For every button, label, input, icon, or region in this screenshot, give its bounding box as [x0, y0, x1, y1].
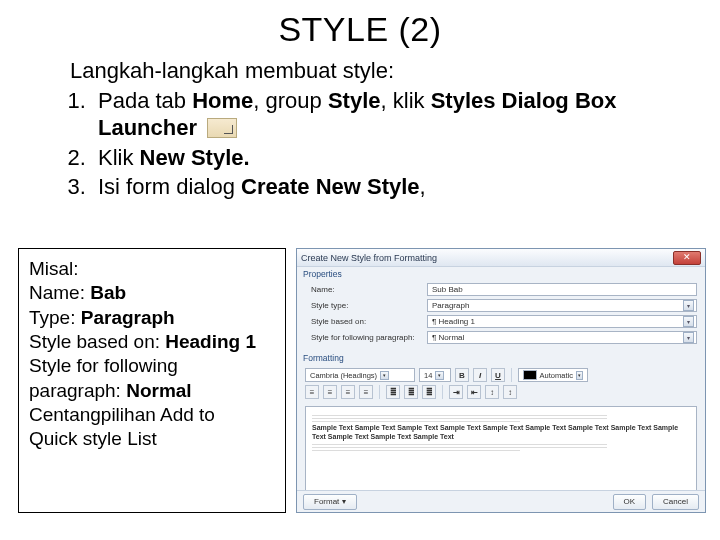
example-line: Name: Bab: [29, 281, 275, 305]
dialog-titlebar: Create New Style from Formatting ✕: [297, 249, 705, 267]
chevron-down-icon[interactable]: ▾: [683, 300, 694, 311]
chevron-down-icon[interactable]: ▾: [683, 316, 694, 327]
font-size-select[interactable]: 14▾: [419, 368, 451, 382]
example-box: Misal: Name: Bab Type: Paragraph Style b…: [18, 248, 286, 513]
align-justify-button[interactable]: ≡: [359, 385, 373, 399]
color-select[interactable]: Automatic▾: [518, 368, 588, 382]
align-left-button[interactable]: ≡: [305, 385, 319, 399]
steps-list: Pada tab Home, group Style, klik Styles …: [92, 87, 660, 201]
steps-block: Langkah-langkah membuat style: Pada tab …: [70, 57, 660, 201]
name-label: Name:: [311, 285, 421, 294]
underline-button[interactable]: U: [491, 368, 505, 382]
following-field[interactable]: ¶ Normal▾: [427, 331, 697, 344]
example-line: Type: Paragraph: [29, 306, 275, 330]
close-icon[interactable]: ✕: [673, 251, 701, 265]
type-label: Style type:: [311, 301, 421, 310]
example-line: Style for following: [29, 354, 275, 378]
create-style-dialog: Create New Style from Formatting ✕ Prope…: [296, 248, 706, 513]
dialog-title: Create New Style from Formatting: [301, 253, 437, 263]
preview-pane: Sample Text Sample Text Sample Text Samp…: [305, 406, 697, 492]
indent-inc-button[interactable]: ⇥: [449, 385, 463, 399]
font-name-select[interactable]: Cambria (Headings)▾: [305, 368, 415, 382]
step-2: Klik New Style.: [92, 144, 660, 172]
spacing-dec-button[interactable]: ↕: [503, 385, 517, 399]
example-line: Centangpilihan Add to: [29, 403, 275, 427]
chevron-down-icon: ▾: [380, 371, 389, 380]
ok-button[interactable]: OK: [613, 494, 647, 510]
intro-text: Langkah-langkah membuat style:: [70, 57, 660, 85]
chevron-down-icon: ▾: [435, 371, 444, 380]
type-field[interactable]: Paragraph▾: [427, 299, 697, 312]
section-properties: Properties: [297, 267, 705, 281]
basedon-field[interactable]: ¶ Heading 1▾: [427, 315, 697, 328]
chevron-down-icon: ▾: [342, 497, 346, 506]
example-line: paragraph: Normal: [29, 379, 275, 403]
example-line: Quick style List: [29, 427, 275, 451]
formatting-toolbar-2: ≡ ≡ ≡ ≡ ≣ ≣ ≣ ⇥ ⇤ ↕ ↕: [297, 385, 705, 402]
spacing-inc-button[interactable]: ↕: [485, 385, 499, 399]
sample-text: Sample Text Sample Text Sample Text Samp…: [312, 424, 690, 442]
step-1: Pada tab Home, group Style, klik Styles …: [92, 87, 660, 142]
step-3: Isi form dialog Create New Style,: [92, 173, 660, 201]
section-formatting: Formatting: [297, 351, 705, 365]
chevron-down-icon[interactable]: ▾: [683, 332, 694, 343]
dialog-launcher-icon: [207, 118, 237, 138]
bold-button[interactable]: B: [455, 368, 469, 382]
name-field[interactable]: Sub Bab: [427, 283, 697, 296]
basedon-label: Style based on:: [311, 317, 421, 326]
italic-button[interactable]: I: [473, 368, 487, 382]
linespacing-2-button[interactable]: ≣: [404, 385, 418, 399]
linespacing-3-button[interactable]: ≣: [422, 385, 436, 399]
page-title: STYLE (2): [0, 10, 720, 49]
linespacing-1-button[interactable]: ≣: [386, 385, 400, 399]
dialog-footer: Format ▾ OK Cancel: [297, 490, 705, 512]
indent-dec-button[interactable]: ⇤: [467, 385, 481, 399]
cancel-button[interactable]: Cancel: [652, 494, 699, 510]
chevron-down-icon: ▾: [576, 371, 583, 380]
example-line: Misal:: [29, 257, 275, 281]
formatting-toolbar: Cambria (Headings)▾ 14▾ B I U Automatic▾: [297, 365, 705, 385]
align-right-button[interactable]: ≡: [341, 385, 355, 399]
format-button[interactable]: Format ▾: [303, 494, 357, 510]
example-line: Style based on: Heading 1: [29, 330, 275, 354]
align-center-button[interactable]: ≡: [323, 385, 337, 399]
following-label: Style for following paragraph:: [311, 333, 421, 342]
